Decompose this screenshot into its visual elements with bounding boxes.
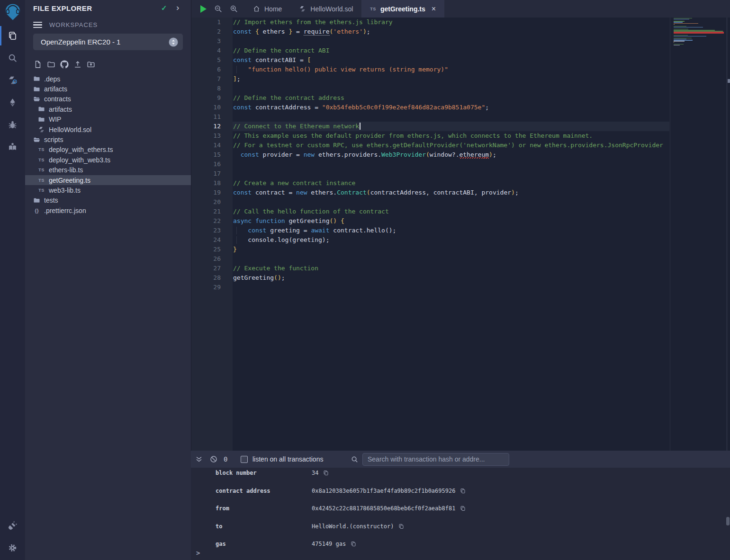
- activity-item-file-explorer[interactable]: [0, 25, 25, 47]
- tree-item-getgreeting-ts[interactable]: TSgetGreeting.ts: [25, 175, 191, 185]
- close-tab-icon[interactable]: ×: [432, 5, 436, 13]
- code-line-24[interactable]: console.log(greeting);: [233, 235, 669, 245]
- tree-item-deploy-with-web3-ts[interactable]: TSdeploy_with_web3.ts: [25, 155, 191, 165]
- github-icon[interactable]: [60, 59, 69, 69]
- tree-item--prettierrc-json[interactable]: {}.prettierrc.json: [25, 205, 191, 215]
- minimap[interactable]: [670, 18, 727, 451]
- code-line-4[interactable]: // Define the contract ABI: [233, 46, 669, 55]
- scrollbar-thumb[interactable]: [728, 79, 730, 83]
- tree-item-scripts[interactable]: scripts: [25, 134, 191, 144]
- tree-item-deploy-with-ethers-ts[interactable]: TSdeploy_with_ethers.ts: [25, 145, 191, 155]
- copy-icon[interactable]: [460, 488, 466, 494]
- zoom-in-icon[interactable]: [230, 5, 238, 13]
- code-line-17[interactable]: [233, 169, 669, 178]
- tree-item-contracts[interactable]: contracts: [25, 94, 191, 104]
- line-number: 20: [191, 197, 233, 207]
- upload-folder-icon[interactable]: [86, 59, 95, 69]
- copy-icon[interactable]: [460, 506, 466, 511]
- tree-item-tests[interactable]: tests: [25, 196, 191, 205]
- tree-item-wip[interactable]: WIP: [25, 115, 191, 124]
- code-line-29[interactable]: [233, 283, 669, 292]
- workspaces-menu-icon[interactable]: [33, 22, 42, 28]
- remix-ide-app: FILE EXPLORER ✓ › WORKSPACES OpenZeppeli…: [0, 0, 730, 560]
- code-line-9[interactable]: // Define the contract address: [233, 93, 669, 103]
- new-file-icon[interactable]: [33, 59, 42, 69]
- code-line-12[interactable]: // Connect to the Ethereum network: [233, 122, 669, 131]
- terminal-prompt[interactable]: >: [196, 549, 200, 557]
- solidity-file-icon: [37, 126, 45, 133]
- terminal-scrollbar-thumb[interactable]: [726, 517, 730, 525]
- copy-icon[interactable]: [351, 541, 356, 547]
- tree-item-web3-lib-ts[interactable]: TSweb3-lib.ts: [25, 185, 191, 195]
- minimap-line: [674, 19, 689, 19]
- code-line-23[interactable]: const greeting = await contract.hello();: [233, 226, 669, 235]
- code-line-7[interactable]: ];: [233, 74, 669, 84]
- code-line-14[interactable]: // For a testnet or custom RPC, use ethe…: [233, 141, 669, 150]
- minimap-line: [674, 27, 703, 27]
- code-line-10[interactable]: const contractAddress = "0xb54febb5c0c0f…: [233, 103, 669, 112]
- tab-home[interactable]: Home: [244, 0, 290, 18]
- line-number: 25: [191, 245, 233, 254]
- expand-terminal-icon[interactable]: [195, 455, 203, 463]
- line-number: 18: [191, 178, 233, 188]
- tabs: HomeHelloWorld.solTSgetGreeting.ts×: [244, 0, 444, 18]
- code-line-8[interactable]: [233, 84, 669, 93]
- activity-item-debugger[interactable]: [0, 114, 25, 136]
- check-icon[interactable]: ✓: [161, 4, 167, 12]
- run-script-button[interactable]: [200, 5, 207, 13]
- tree-item-artifacts[interactable]: artifacts: [25, 84, 191, 94]
- code-line-13[interactable]: // This example uses the default provide…: [233, 131, 669, 141]
- code-line-19[interactable]: const contract = new ethers.Contract(con…: [233, 188, 669, 197]
- zoom-out-icon[interactable]: [214, 5, 222, 13]
- code-line-25[interactable]: }: [233, 245, 669, 254]
- code-line-2[interactable]: const { ethers } = require('ethers');: [233, 27, 669, 36]
- activity-item-learneth[interactable]: [0, 136, 25, 158]
- transaction-search-input[interactable]: [362, 453, 509, 466]
- tree-item-artifacts[interactable]: artifacts: [25, 104, 191, 114]
- new-folder-icon[interactable]: [46, 59, 55, 69]
- code-line-16[interactable]: [233, 160, 669, 169]
- tree-item-label: artifacts: [49, 106, 72, 113]
- code-line-5[interactable]: const contractABI = [: [233, 55, 669, 65]
- code-line-15[interactable]: const provider = new ethers.providers.We…: [233, 150, 669, 160]
- tree-item-helloworld-sol[interactable]: HelloWorld.sol: [25, 124, 191, 134]
- code-line-1[interactable]: // Import ethers from the ethers.js libr…: [233, 18, 669, 27]
- tab-helloworld-sol[interactable]: HelloWorld.sol: [290, 0, 361, 18]
- workspaces-label: WORKSPACES: [49, 21, 98, 28]
- tree-item--deps[interactable]: .deps: [25, 74, 191, 84]
- listen-transactions-checkbox[interactable]: [241, 456, 248, 463]
- activity-item-plugin-manager[interactable]: [0, 515, 25, 537]
- activity-item-settings[interactable]: [0, 537, 25, 559]
- line-number: 6: [191, 65, 233, 74]
- line-number: 11: [191, 112, 233, 122]
- code-line-26[interactable]: [233, 254, 669, 264]
- line-number: 12: [191, 122, 233, 131]
- line-number: 23: [191, 226, 233, 235]
- clear-console-icon[interactable]: [210, 455, 217, 463]
- search-icon: [351, 456, 358, 463]
- code-line-18[interactable]: // Create a new contract instance: [233, 178, 669, 188]
- chevron-right-icon[interactable]: ›: [176, 2, 179, 13]
- activity-item-solidity-compiler[interactable]: [0, 69, 25, 91]
- activity-item-remix-logo[interactable]: [0, 0, 25, 25]
- search-icon: [8, 53, 18, 63]
- folder-open-icon: [33, 136, 41, 143]
- upload-file-icon[interactable]: [73, 59, 82, 69]
- copy-icon[interactable]: [398, 524, 404, 529]
- workspace-select[interactable]: OpenZeppelin ERC20 - 1: [33, 34, 183, 50]
- code-line-22[interactable]: async function getGreeting() {: [233, 216, 669, 226]
- activity-item-search[interactable]: [0, 47, 25, 69]
- code-line-20[interactable]: [233, 197, 669, 207]
- copy-icon[interactable]: [323, 470, 329, 476]
- code-line-27[interactable]: // Execute the function: [233, 264, 669, 273]
- typescript-file-icon: TS: [37, 158, 45, 162]
- activity-item-deploy-run[interactable]: [0, 91, 25, 114]
- code-line-11[interactable]: [233, 112, 669, 122]
- code-line-21[interactable]: // Call the hello function of the contra…: [233, 207, 669, 216]
- tab-getgreeting-ts[interactable]: TSgetGreeting.ts×: [361, 0, 444, 18]
- code-line-6[interactable]: "function hello() public view returns (s…: [233, 65, 669, 74]
- code-line-3[interactable]: [233, 36, 669, 46]
- editor-code[interactable]: // Import ethers from the ethers.js libr…: [233, 18, 669, 451]
- code-line-28[interactable]: getGreeting();: [233, 273, 669, 283]
- tree-item-ethers-lib-ts[interactable]: TSethers-lib.ts: [25, 165, 191, 175]
